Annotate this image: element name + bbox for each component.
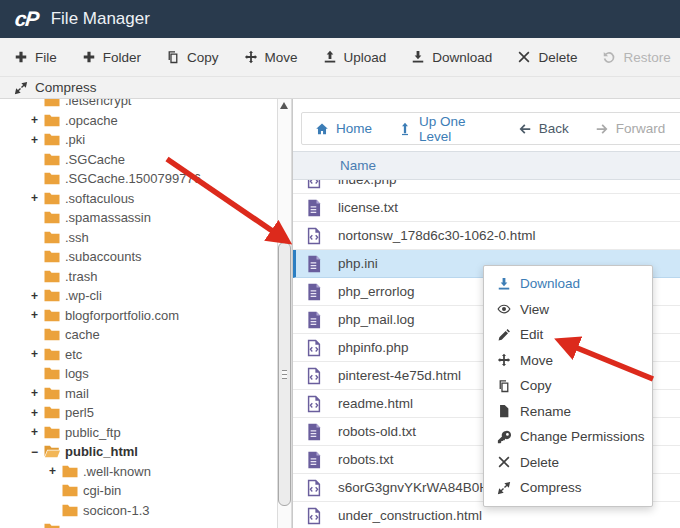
scrollbar-thumb[interactable] xyxy=(278,242,291,506)
cpanel-logo: cP xyxy=(14,7,39,31)
tree-item-blogforportfolio-com[interactable]: + blogforportfolio.com xyxy=(0,306,277,326)
context-menu-item-change-permissions[interactable]: Change Permissions xyxy=(484,424,652,450)
toolbar-button-compress[interactable]: Compress xyxy=(14,80,97,95)
toolbar-button-restore[interactable]: Restore xyxy=(602,50,670,65)
tree-item-pki[interactable]: + .pki xyxy=(0,130,277,150)
file-name: readme.html xyxy=(338,396,413,411)
folder-label: perl5 xyxy=(65,405,94,420)
directory-tree: .letsencrypt + .opcache + .pki xyxy=(0,99,277,528)
toolbar-button-copy[interactable]: Copy xyxy=(166,50,219,65)
toolbar-button-folder[interactable]: Folder xyxy=(82,50,141,65)
pencil-icon xyxy=(497,328,511,342)
tree-item-public-html[interactable]: − public_html xyxy=(0,442,277,462)
tree-item-index-22[interactable] xyxy=(0,520,277,528)
file-row-index-php[interactable]: index.php xyxy=(293,180,680,194)
code-icon xyxy=(305,339,323,357)
tree-item-opcache[interactable]: + .opcache xyxy=(0,111,277,131)
expander-toggle[interactable]: + xyxy=(31,133,44,147)
context-menu-item-rename[interactable]: Rename xyxy=(484,399,652,425)
folder-icon xyxy=(44,387,65,400)
tree-item-softaculous[interactable]: + .softaculous xyxy=(0,189,277,209)
context-menu-item-view[interactable]: View xyxy=(484,297,652,323)
toolbar-button-move[interactable]: Move xyxy=(244,50,298,65)
code-icon xyxy=(305,367,323,385)
toolbar-button-upload[interactable]: Upload xyxy=(323,50,387,65)
tree-item-sgcache[interactable]: .SGCache xyxy=(0,150,277,170)
upload-icon xyxy=(323,50,337,64)
tree-item-public-ftp[interactable]: + public_ftp xyxy=(0,423,277,443)
expander-toggle[interactable]: + xyxy=(49,464,62,478)
toolbar-button-download[interactable]: Download xyxy=(411,50,492,65)
expander-toggle[interactable]: + xyxy=(31,386,44,400)
download-icon xyxy=(411,50,425,64)
copy-icon xyxy=(166,50,180,64)
tree-item-socicon-1-3[interactable]: socicon-1.3 xyxy=(0,501,277,521)
menu-item-label: Copy xyxy=(520,378,552,393)
folder-icon xyxy=(44,211,65,224)
expander-toggle[interactable]: + xyxy=(31,347,44,361)
tree-item-logs[interactable]: logs xyxy=(0,364,277,384)
tree-item-etc[interactable]: + etc xyxy=(0,345,277,365)
file-row-license-txt[interactable]: license.txt xyxy=(293,194,680,222)
folder-label: .opcache xyxy=(65,113,118,128)
tree-item-perl5[interactable]: + perl5 xyxy=(0,403,277,423)
nav-button-home[interactable]: Home xyxy=(315,121,372,136)
folder-icon xyxy=(44,289,65,302)
tree-item-sgcache-1500799776[interactable]: .SGCache.1500799776 xyxy=(0,169,277,189)
tree-scrollbar[interactable] xyxy=(277,99,292,528)
toolbar-button-delete[interactable]: Delete xyxy=(517,50,577,65)
context-menu-item-delete[interactable]: Delete xyxy=(484,450,652,476)
folder-icon xyxy=(44,426,65,439)
folder-icon xyxy=(44,328,65,341)
tree-item-letsencrypt[interactable]: .letsencrypt xyxy=(0,99,277,111)
toolbar-button-label: Compress xyxy=(35,80,97,95)
nav-button-up-one-level[interactable]: Up One Level xyxy=(398,114,492,144)
scroll-up-arrow-icon[interactable] xyxy=(280,102,288,109)
folder-label: .subaccounts xyxy=(65,249,142,264)
tree-item-mail[interactable]: + mail xyxy=(0,384,277,404)
nav-button-label: Home xyxy=(336,121,372,136)
tree-item-ssh[interactable]: .ssh xyxy=(0,228,277,248)
folder-icon xyxy=(44,523,65,528)
expander-toggle[interactable]: + xyxy=(31,191,44,205)
file-list-panel: Home Up One Level Back Forward xyxy=(292,99,680,528)
folder-label: etc xyxy=(65,347,82,362)
context-menu-item-copy[interactable]: Copy xyxy=(484,373,652,399)
context-menu-item-edit[interactable]: Edit xyxy=(484,322,652,348)
expander-toggle[interactable]: + xyxy=(31,289,44,303)
expander-toggle[interactable]: + xyxy=(31,406,44,420)
file-row-nortonsw-178d6c30-1062-0-html[interactable]: nortonsw_178d6c30-1062-0.html xyxy=(293,222,680,250)
tree-item-well-known[interactable]: + .well-known xyxy=(0,462,277,482)
plus-icon xyxy=(82,50,96,64)
menu-item-label: Delete xyxy=(520,455,559,470)
tree-item-cgi-bin[interactable]: cgi-bin xyxy=(0,481,277,501)
app-header: cP File Manager xyxy=(0,0,680,38)
file-name: under_construction.html xyxy=(338,508,482,523)
folder-label: .pki xyxy=(65,132,85,147)
copy-icon xyxy=(497,379,511,393)
context-menu-item-move[interactable]: Move xyxy=(484,348,652,374)
expander-toggle[interactable]: + xyxy=(31,308,44,322)
expander-toggle[interactable]: + xyxy=(31,425,44,439)
folder-icon xyxy=(62,484,83,497)
column-header-name[interactable]: Name xyxy=(293,151,680,180)
tree-item-cache[interactable]: cache xyxy=(0,325,277,345)
tree-item-spamassassin[interactable]: .spamassassin xyxy=(0,208,277,228)
restore-icon xyxy=(602,50,616,64)
expander-toggle[interactable]: + xyxy=(31,113,44,127)
toolbar-button-label: Download xyxy=(432,50,492,65)
file-name: nortonsw_178d6c30-1062-0.html xyxy=(338,228,535,243)
tree-item-subaccounts[interactable]: .subaccounts xyxy=(0,247,277,267)
context-menu-item-compress[interactable]: Compress xyxy=(484,475,652,501)
tree-item-trash[interactable]: .trash xyxy=(0,267,277,287)
toolbar-secondary: Compress xyxy=(0,77,680,99)
nav-button-back[interactable]: Back xyxy=(518,121,569,136)
expander-toggle[interactable]: − xyxy=(31,445,44,459)
nav-button-forward[interactable]: Forward xyxy=(595,121,666,136)
toolbar-button-file[interactable]: File xyxy=(14,50,57,65)
context-menu-item-download[interactable]: Download xyxy=(484,271,652,297)
nav-button-label: Back xyxy=(539,121,569,136)
folder-label: .wp-cli xyxy=(65,288,102,303)
tree-item-wp-cli[interactable]: + .wp-cli xyxy=(0,286,277,306)
file-name: phpinfo.php xyxy=(338,340,409,355)
